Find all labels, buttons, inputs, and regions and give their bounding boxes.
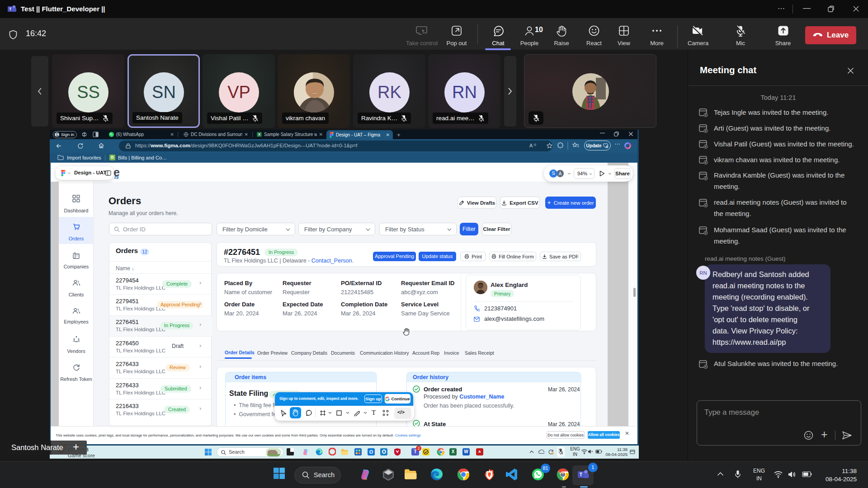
svg-text:T: T xyxy=(580,472,583,477)
svg-text:T: T xyxy=(9,7,12,11)
